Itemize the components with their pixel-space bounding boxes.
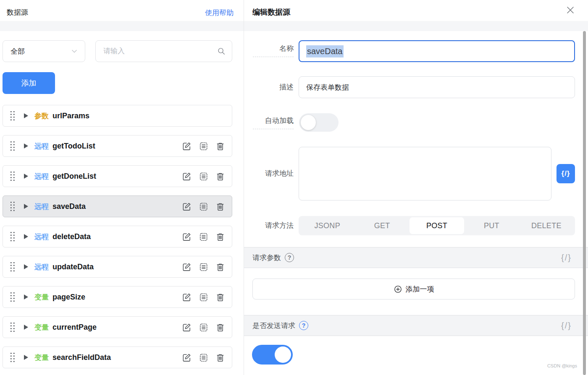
datasource-row[interactable]: 远程 deleteData bbox=[3, 226, 232, 247]
delete-icon[interactable] bbox=[215, 232, 225, 242]
method-option-jsonp[interactable]: JSONP bbox=[300, 217, 354, 234]
help-question-icon[interactable]: ? bbox=[285, 253, 294, 262]
delete-icon[interactable] bbox=[215, 353, 225, 362]
request-url-label: 请求地址 bbox=[253, 169, 294, 179]
copy-icon[interactable] bbox=[199, 232, 208, 242]
datasource-type-label: 远程 bbox=[34, 172, 49, 181]
search-input[interactable] bbox=[97, 47, 217, 55]
datasource-row[interactable]: 远程 getDoneList bbox=[3, 165, 232, 187]
delete-icon[interactable] bbox=[215, 172, 225, 181]
datasource-type-label: 参数 bbox=[34, 111, 49, 121]
description-input[interactable] bbox=[299, 76, 575, 98]
edit-icon[interactable] bbox=[182, 323, 192, 332]
add-item-button[interactable]: 添加一项 bbox=[252, 279, 575, 299]
expand-caret-icon[interactable] bbox=[24, 234, 28, 239]
code-binding-button[interactable]: {/} bbox=[556, 164, 575, 183]
request-method-label: 请求方法 bbox=[253, 221, 294, 231]
datasource-name: urlParams bbox=[52, 112, 89, 120]
datasource-name: getTodoList bbox=[52, 142, 95, 151]
edit-icon[interactable] bbox=[182, 202, 192, 211]
method-option-get[interactable]: GET bbox=[354, 217, 409, 234]
drag-handle-icon[interactable] bbox=[10, 202, 15, 211]
delete-icon[interactable] bbox=[215, 323, 225, 332]
expand-caret-icon[interactable] bbox=[24, 325, 28, 330]
name-input[interactable]: saveData bbox=[299, 40, 575, 62]
request-url-textarea[interactable] bbox=[299, 147, 551, 201]
datasource-panel: 数据源 使用帮助 全部 添加 参数 urlParams 远程 getTodoLi… bbox=[0, 0, 244, 375]
drag-handle-icon[interactable] bbox=[10, 262, 15, 272]
help-link[interactable]: 使用帮助 bbox=[205, 8, 234, 18]
datasource-row[interactable]: 变量 searchFieldData bbox=[3, 346, 232, 368]
datasource-type-label: 变量 bbox=[34, 323, 49, 332]
edit-icon[interactable] bbox=[182, 172, 192, 181]
datasource-row[interactable]: 变量 currentPage bbox=[3, 316, 232, 338]
search-icon[interactable] bbox=[217, 47, 226, 56]
datasource-name: searchFieldData bbox=[52, 353, 111, 362]
datasource-row[interactable]: 远程 getTodoList bbox=[3, 135, 232, 157]
expand-caret-icon[interactable] bbox=[24, 264, 28, 269]
expand-caret-icon[interactable] bbox=[24, 143, 28, 148]
type-filter-select[interactable]: 全部 bbox=[3, 40, 85, 62]
expand-caret-icon[interactable] bbox=[24, 174, 28, 179]
datasource-row[interactable]: 远程 saveData bbox=[3, 195, 232, 217]
edit-icon[interactable] bbox=[182, 141, 192, 151]
copy-icon[interactable] bbox=[199, 353, 208, 362]
code-binding-icon[interactable]: {/} bbox=[561, 321, 572, 331]
delete-icon[interactable] bbox=[215, 262, 225, 272]
edit-icon[interactable] bbox=[182, 292, 192, 302]
datasource-name: updateData bbox=[52, 263, 94, 271]
help-question-icon[interactable]: ? bbox=[299, 321, 308, 330]
edit-icon[interactable] bbox=[182, 353, 192, 362]
auto-load-toggle[interactable] bbox=[299, 113, 339, 132]
copy-icon[interactable] bbox=[199, 292, 208, 302]
row-actions bbox=[182, 232, 225, 242]
expand-caret-icon[interactable] bbox=[24, 204, 28, 209]
datasource-name: saveData bbox=[52, 202, 86, 211]
drag-handle-icon[interactable] bbox=[10, 232, 15, 242]
send-request-toggle[interactable] bbox=[252, 345, 293, 365]
datasource-type-label: 远程 bbox=[34, 141, 49, 151]
copy-icon[interactable] bbox=[199, 172, 208, 181]
edit-datasource-drawer: 编辑数据源 名称 saveData 描述 自动加载 请求地址 {/} 请求方法 … bbox=[244, 0, 588, 375]
delete-icon[interactable] bbox=[215, 292, 225, 302]
type-filter-value: 全部 bbox=[10, 47, 25, 56]
copy-icon[interactable] bbox=[199, 141, 208, 151]
edit-icon[interactable] bbox=[182, 262, 192, 272]
code-binding-icon[interactable]: {/} bbox=[561, 253, 572, 263]
name-label: 名称 bbox=[253, 44, 294, 57]
expand-caret-icon[interactable] bbox=[24, 294, 28, 299]
drag-handle-icon[interactable] bbox=[10, 353, 15, 362]
copy-icon[interactable] bbox=[199, 323, 208, 332]
method-option-put[interactable]: PUT bbox=[464, 217, 519, 234]
request-params-title: 请求参数 bbox=[252, 253, 281, 263]
expand-caret-icon[interactable] bbox=[24, 355, 28, 360]
close-icon[interactable] bbox=[565, 5, 575, 15]
drag-handle-icon[interactable] bbox=[10, 172, 15, 181]
method-option-post[interactable]: POST bbox=[410, 217, 464, 234]
row-actions bbox=[182, 141, 225, 151]
request-params-section: 请求参数 ? {/} bbox=[244, 247, 588, 268]
drag-handle-icon[interactable] bbox=[10, 111, 15, 121]
datasource-row[interactable]: 远程 updateData bbox=[3, 256, 232, 278]
datasource-row[interactable]: 变量 pageSize bbox=[3, 286, 232, 308]
datasource-list: 参数 urlParams 远程 getTodoList bbox=[3, 105, 232, 375]
method-option-delete[interactable]: DELETE bbox=[519, 217, 574, 234]
drag-handle-icon[interactable] bbox=[10, 323, 15, 332]
datasource-type-label: 变量 bbox=[34, 353, 49, 362]
datasource-type-label: 远程 bbox=[34, 232, 49, 242]
copy-icon[interactable] bbox=[199, 202, 208, 211]
expand-caret-icon[interactable] bbox=[24, 113, 28, 118]
send-request-section: 是否发送请求 ? {/} bbox=[244, 315, 588, 336]
datasource-name: currentPage bbox=[52, 323, 97, 332]
datasource-row[interactable]: 参数 urlParams bbox=[3, 105, 232, 127]
edit-icon[interactable] bbox=[182, 232, 192, 242]
drag-handle-icon[interactable] bbox=[10, 292, 15, 302]
scrollbar-thumb[interactable] bbox=[583, 31, 586, 375]
delete-icon[interactable] bbox=[215, 141, 225, 151]
datasource-type-label: 远程 bbox=[34, 202, 49, 211]
drag-handle-icon[interactable] bbox=[10, 141, 15, 151]
copy-icon[interactable] bbox=[199, 262, 208, 272]
delete-icon[interactable] bbox=[215, 202, 225, 211]
add-datasource-button[interactable]: 添加 bbox=[3, 72, 55, 94]
selected-text: saveData bbox=[306, 45, 344, 57]
